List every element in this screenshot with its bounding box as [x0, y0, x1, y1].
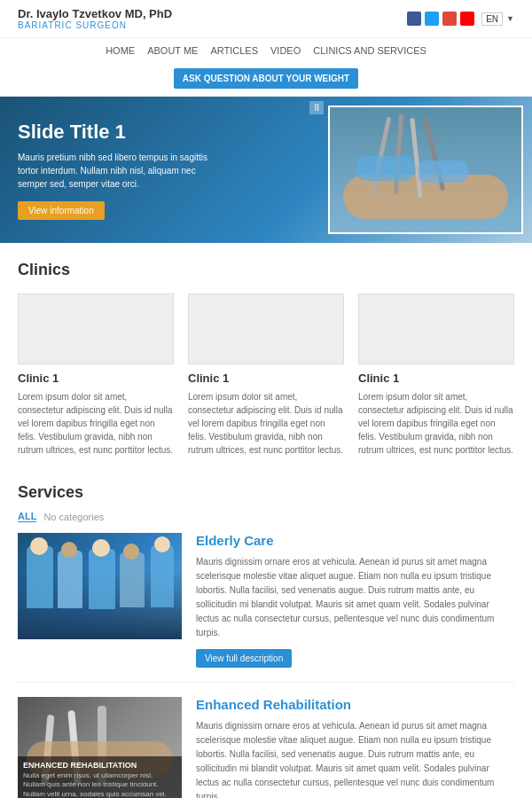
- slider-cta-button[interactable]: View information: [18, 201, 105, 220]
- view-desc-button-1[interactable]: View full description: [196, 649, 292, 668]
- slider-text: Slide Title 1 Mauris pretium nibh sed li…: [18, 121, 213, 220]
- service-content-1: Elderly Care Mauris dignissim ornare ero…: [196, 533, 514, 668]
- header: Dr. Ivaylo Tzvetkov MD, PhD BARIATRIC SU…: [0, 0, 532, 38]
- clinics-title: Clinics: [18, 261, 514, 279]
- clinic-name: Clinic 1: [358, 372, 514, 385]
- doctor-name: Dr. Ivaylo Tzvetkov MD, PhD: [18, 7, 172, 20]
- lang-select[interactable]: EN: [481, 12, 503, 26]
- service-desc-1: Mauris dignissim ornare eros at vehicula…: [196, 555, 514, 640]
- clinic-name: Clinic 1: [188, 372, 344, 385]
- clinic-image: [358, 293, 514, 364]
- clinic-card: Clinic 1 Lorem ipsum dolor sit amet, con…: [18, 293, 174, 457]
- service-image-2: ENHANCED REHABILITATION Nulla eget enim …: [18, 697, 182, 798]
- clinic-desc: Lorem ipsum dolor sit amet, consectetur …: [18, 390, 174, 457]
- clinic-image: [18, 293, 174, 364]
- service-desc-2: Mauris dignissim ornare eros at vehicula…: [196, 719, 514, 798]
- service-item: ENHANCED REHABILITATION Nulla eget enim …: [18, 697, 514, 798]
- filter-no-categories[interactable]: No categories: [43, 512, 104, 522]
- clinic-card: Clinic 1 Lorem ipsum dolor sit amet, con…: [358, 293, 514, 457]
- clinic-card: Clinic 1 Lorem ipsum dolor sit amet, con…: [188, 293, 344, 457]
- nav-video[interactable]: VIDEO: [270, 45, 301, 56]
- pause-button[interactable]: II: [309, 101, 324, 114]
- lang-arrow: ▼: [506, 14, 514, 23]
- gp-icon[interactable]: [442, 12, 457, 26]
- header-right: EN ▼: [407, 12, 514, 26]
- service-overlay-text: Nulla eget enim risus, ut ullamcorper ni…: [23, 771, 176, 798]
- slider-title: Slide Title 1: [18, 121, 213, 144]
- clinic-desc: Lorem ipsum dolor sit amet, consectetur …: [188, 390, 344, 457]
- clinics-section: Clinics Clinic 1 Lorem ipsum dolor sit a…: [0, 243, 532, 474]
- filter-all[interactable]: ALL: [18, 511, 36, 522]
- nav-clinics[interactable]: CLINICS AND SERVICES: [313, 45, 426, 56]
- service-title-1: Elderly Care: [196, 533, 514, 548]
- ask-question-button[interactable]: ASK QUESTION ABOUT YOUR WEIGHT: [174, 68, 358, 89]
- service-title-2: Enhanced Rehabilitation: [196, 697, 514, 712]
- tw-icon[interactable]: [425, 12, 439, 26]
- service-overlay-2: ENHANCED REHABILITATION Nulla eget enim …: [18, 756, 182, 798]
- slider-image: [328, 106, 523, 234]
- fb-icon[interactable]: [407, 12, 421, 26]
- doctor-title: BARIATRIC SURGEON: [18, 20, 172, 30]
- clinics-grid: Clinic 1 Lorem ipsum dolor sit amet, con…: [18, 293, 514, 457]
- services-filter: ALL No categories: [18, 511, 514, 522]
- slider-body: Mauris pretium nibh sed libero tempus in…: [18, 151, 213, 191]
- clinic-name: Clinic 1: [18, 372, 174, 385]
- clinic-desc: Lorem ipsum dolor sit amet, consectetur …: [358, 390, 514, 457]
- service-image-1: [18, 533, 182, 639]
- service-content-2: Enhanced Rehabilitation Mauris dignissim…: [196, 697, 514, 798]
- header-left: Dr. Ivaylo Tzvetkov MD, PhD BARIATRIC SU…: [18, 7, 172, 30]
- services-title: Services: [18, 483, 514, 502]
- yt-icon[interactable]: [460, 12, 474, 26]
- clinic-image: [188, 293, 344, 364]
- nav-articles[interactable]: ARTICLES: [210, 45, 258, 56]
- service-overlay-label: ENHANCED REHABILITATION: [23, 761, 176, 770]
- main-nav: HOME ABOUT ME ARTICLES VIDEO CLINICS AND…: [0, 38, 532, 97]
- services-section: Services ALL No categories: [0, 474, 532, 798]
- nav-home[interactable]: HOME: [106, 45, 135, 56]
- nav-about[interactable]: ABOUT ME: [147, 45, 198, 56]
- hero-slider: Slide Title 1 Mauris pretium nibh sed li…: [0, 97, 532, 243]
- service-item: Elderly Care Mauris dignissim ornare ero…: [18, 533, 514, 683]
